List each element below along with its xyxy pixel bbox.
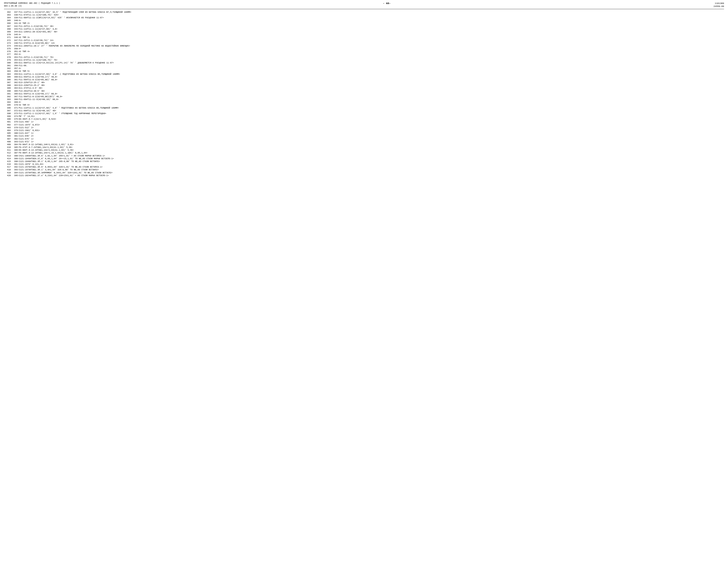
row-num1: 419 [4, 171, 11, 174]
row-num2: 376 [11, 120, 18, 123]
row-num2: 353 [11, 56, 18, 58]
row-num1: 409 [4, 143, 11, 146]
row-text: #• [18, 33, 724, 36]
row-num1: 402 [4, 123, 11, 126]
header-page-number: - 44- [383, 2, 391, 5]
row-num1: 379 [4, 58, 11, 62]
row-text: F11-68#T11-11-2(ВП)(A2=14,93)' 425' ' ИС… [18, 16, 724, 19]
table-row: 380355E11-68#T11-11-2(A2=14,93)(A1.14)(P… [4, 62, 724, 64]
table-row: 4083АЗC121-672' 1• [4, 140, 724, 143]
row-text: F13-291#T13-39-5' 40• [18, 90, 724, 92]
row-num2: 358 [11, 70, 18, 73]
row-num2: 348 [11, 42, 18, 45]
row-num2: 392 [11, 166, 18, 168]
row-num1: 415 [4, 160, 11, 163]
row-num2: 359 [11, 73, 18, 75]
row-num2: 368 [11, 98, 18, 101]
row-text: #• [18, 53, 724, 56]
row-num2: 371 [11, 107, 18, 109]
row-text: #• [18, 67, 724, 70]
row-text: C421-1969#ТАБ1.3П.6' 2,82,1,04' 265+1,01… [18, 155, 724, 157]
table-row: 386361F11-56#T11-8-2(A2=65,88)' 60,0• [4, 78, 724, 81]
row-num2: 350 [11, 47, 18, 50]
row-num1: 405 [4, 132, 11, 135]
row-text: C121-1579#ТАБ1.3П.6' 0,85Х1,04' 326+1,01… [18, 166, 724, 168]
row-num1: 406 [4, 135, 11, 137]
row-text: E11-11#T11-1-11(A2=27,68)' 4,0' .( ПОДГО… [18, 73, 724, 75]
row-num1: 386 [4, 78, 11, 81]
row-num2: 339 [11, 16, 18, 19]
row-num2: 381 [11, 135, 18, 137]
row-num1: 366 [4, 22, 11, 25]
row-text: #• [18, 101, 724, 103]
row-num2: 363 [11, 84, 18, 87]
row-num2: 373 [11, 112, 18, 115]
row-num1: 411 [4, 149, 11, 151]
table-row: 409384F9-96#T.9-12-1#ТАБ1,1#К=1,03(A1.1,… [4, 143, 724, 146]
row-num2: 352 [11, 53, 18, 56]
table-row: 394369#• [4, 101, 724, 103]
row-text: E11-69#T11-11-3(A2=68,18)' 40• [18, 109, 724, 112]
row-text: F11-56#T11-8-2(A2=65,88)(B7)' 40,0• [18, 95, 724, 98]
row-num2: 393 [11, 168, 18, 171]
row-num1: 403 [4, 126, 11, 129]
row-num1: 385 [4, 75, 11, 78]
row-num1: 396 [4, 107, 11, 109]
table-row: 400375E0-46#T.9-7-1(A1=1,03)' 0,523• [4, 118, 724, 120]
row-text: E11-67#T11-11-1(A2=100,76)' 76• [18, 58, 724, 62]
row-num1: 392 [4, 95, 11, 98]
row-num2: 356 [11, 64, 18, 67]
table-row: 419394C121-1579#ТАБ1.3П.3#ПРЯМЕН' 0,34Х1… [4, 171, 724, 174]
table-row: 375350#• [4, 47, 724, 50]
table-row: 369344E11-135#11-20-3(A2=351,08)' 48• [4, 30, 724, 33]
row-text: п2 ТИП 2• [18, 22, 724, 25]
row-num2: 386 [11, 149, 18, 151]
row-num2: 365 [11, 90, 18, 92]
row-text: п2 ТЯП 3• [18, 36, 724, 39]
row-text: F11-56#T11-8-2(A2=65,88)' 60,0• [18, 78, 724, 81]
table-row: 415390C121-1940#ТАБ1.3П.1' 0,05,1,04' 26… [4, 160, 724, 163]
table-row: 373348F11-57#T11-8-3(A2=65,88)' 14• [4, 42, 724, 45]
row-text: C121-512' 2• [18, 126, 724, 129]
row-text: E11-68#T11-11-2(A2=14,93)(A1.14)(P1.14)'… [18, 62, 724, 64]
table-row: 364339F11-68#T11-11-2(ВП)(A2=14,93)' 425… [4, 16, 724, 19]
header-program: ПРОГРАММНЫЙ КОМПЛЕКС АВС-3ЕС ( РЕДАКЦИЯ … [4, 2, 60, 5]
row-num1: 407 [4, 138, 11, 140]
row-num1: 418 [4, 168, 11, 171]
row-text: F11-57#T11-8-3(A2=65,88)' 14• [18, 42, 724, 45]
row-text: #• [18, 19, 724, 22]
row-num2: 372 [11, 109, 18, 112]
row-text: F11-2#T11-1-2(A2=38,71)' 76• [18, 56, 724, 58]
row-num2: 351 [11, 50, 18, 53]
table-row: 388363E13-226#T13-25-2' 40• [4, 84, 724, 87]
row-num2: 337 [11, 11, 18, 14]
row-text: C121-1940#ТАБ1.3П.1' 0,05,1,04' 265-8,08… [18, 160, 724, 163]
row-num1: 413 [4, 155, 11, 157]
row-text: P11-11#T11-1-11(A2=27,68)' 4,0' ' ПОДГОТ… [18, 107, 724, 109]
row-num2: 391 [11, 163, 18, 166]
row-num1: 412 [4, 151, 11, 154]
table-row: 372347F11-2#T11-1-2(A2=38,74)' 14• [4, 39, 724, 42]
row-num1: 380 [4, 62, 11, 64]
row-text: E11-205#T11-28-1' 27' ' ПОКРЫТИЕ ИЗ ЛИНО… [18, 45, 724, 47]
row-num2: 385 [11, 146, 18, 149]
table-row: 381356F11-68. [4, 64, 724, 67]
row-num1: 414 [4, 157, 11, 160]
row-text: E13-226#T13-25-2' 40• [18, 84, 724, 87]
table-row: 417392C121-1579#ТАБ1.3П.6' 0,85Х1,04' 32… [4, 166, 724, 168]
table-row: 395370п2 ТИП 6• [4, 103, 724, 107]
row-num2: 384 [11, 143, 18, 146]
row-num1: 400 [4, 118, 11, 120]
row-num2: 366 [11, 92, 18, 95]
row-num1: 375 [4, 47, 11, 50]
row-num2: 357 [11, 67, 18, 70]
row-text: C121-1579#ТАБ1.3П.3#ПРЯМЕН' 0,34Х1,04' 3… [18, 171, 724, 174]
table-row: 378353F11-2#T11-1-2(A2=38,71)' 76• [4, 56, 724, 58]
table-row: 374349E11-205#T11-28-1' 27' ' ПОКРЫТИЕ И… [4, 45, 724, 47]
row-num2: 346 [11, 36, 18, 39]
row-num2: 343 [11, 28, 18, 30]
row-num2: 340 [11, 19, 18, 22]
table-row: 390365F13-291#T13-39-5' 40• [4, 90, 724, 92]
row-num2: 388 [11, 155, 18, 157]
row-text: F11-2#T11-1-2(A2=38,74)' 48• [18, 25, 724, 28]
